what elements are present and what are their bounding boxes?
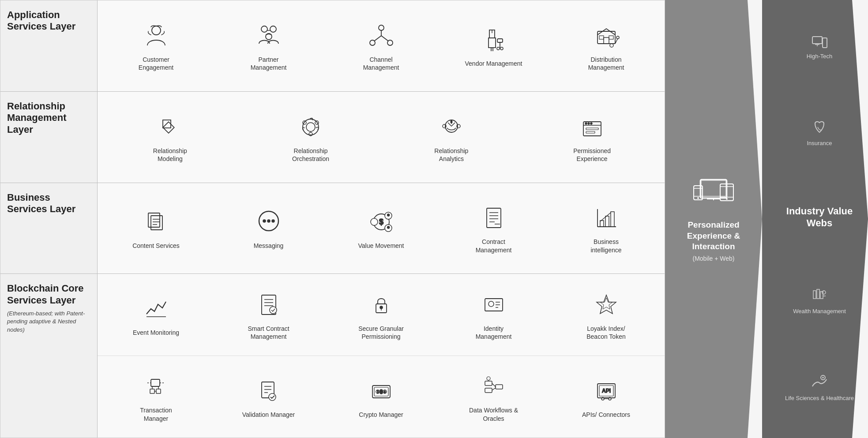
channel-icon bbox=[366, 20, 397, 51]
validation-icon bbox=[253, 375, 284, 406]
layer-title-application: Application Services Layer bbox=[7, 9, 90, 33]
svg-rect-94 bbox=[150, 389, 154, 393]
svg-point-20 bbox=[500, 47, 503, 50]
value-icon: $ ⚙ ⚙ bbox=[366, 206, 397, 237]
industry-item-label: High-Tech bbox=[807, 53, 833, 60]
industry-title: Industry Value Webs bbox=[775, 206, 864, 229]
svg-point-43 bbox=[585, 123, 587, 124]
list-item: Validation Manager bbox=[212, 373, 325, 421]
list-item: Contract Management bbox=[437, 200, 550, 256]
list-item: Secure Granular Permissioning bbox=[325, 287, 437, 343]
list-item: Partner Management bbox=[212, 18, 325, 74]
svg-rect-47 bbox=[586, 131, 595, 133]
svg-rect-127 bbox=[700, 180, 727, 198]
list-item: Loyakk Index/ Beacon Token bbox=[550, 287, 662, 343]
svg-text:$: $ bbox=[384, 390, 386, 393]
svg-rect-145 bbox=[820, 292, 823, 299]
item-label: Validation Manager bbox=[242, 411, 295, 419]
svg-rect-64 bbox=[487, 208, 501, 228]
item-label: Smart Contract Management bbox=[240, 325, 297, 341]
list-item: Vendor Management bbox=[437, 22, 550, 70]
svg-point-26 bbox=[610, 44, 613, 47]
personalized-sub: (Mobile + Web) bbox=[692, 255, 734, 262]
distribution-icon bbox=[591, 20, 622, 51]
svg-rect-29 bbox=[163, 122, 174, 133]
rel-model-icon bbox=[154, 112, 185, 142]
industry-section: High-Tech Insurance Industry Value Webs bbox=[762, 0, 868, 438]
svg-rect-14 bbox=[488, 38, 496, 48]
svg-line-5 bbox=[266, 34, 269, 35]
list-item: Transaction Manager bbox=[100, 369, 212, 424]
svg-line-116 bbox=[492, 388, 496, 390]
svg-point-80 bbox=[270, 307, 277, 314]
svg-rect-91 bbox=[151, 379, 160, 386]
item-label: Permissioned Experience bbox=[564, 147, 621, 163]
svg-point-45 bbox=[590, 123, 592, 124]
item-label: Relationship Analytics bbox=[423, 147, 480, 163]
bi-icon bbox=[591, 202, 622, 233]
item-label: Partner Management bbox=[240, 56, 297, 71]
svg-rect-95 bbox=[156, 389, 161, 393]
content-icon bbox=[141, 206, 172, 237]
svg-point-146 bbox=[822, 291, 826, 294]
list-item: Relationship Modeling bbox=[100, 109, 240, 165]
svg-line-12 bbox=[381, 36, 388, 41]
svg-rect-140 bbox=[823, 38, 827, 48]
layer-row-blockchain: Blockchain Core Services Layer (Ethereum… bbox=[0, 274, 665, 438]
grid-section: Application Services Layer C bbox=[0, 0, 665, 438]
svg-rect-49 bbox=[151, 216, 162, 230]
event-icon bbox=[141, 293, 172, 324]
svg-rect-112 bbox=[485, 381, 492, 386]
item-label: Secure Granular Permissioning bbox=[353, 325, 410, 341]
svg-point-54 bbox=[263, 220, 266, 222]
item-label: Channel Management bbox=[353, 56, 410, 71]
svg-rect-25 bbox=[609, 36, 613, 39]
item-label: Relationship Orchestration bbox=[282, 147, 339, 163]
blockchain-sub-row-2: Transaction Manager bbox=[98, 356, 665, 438]
item-label: Messaging bbox=[254, 242, 284, 250]
svg-rect-23 bbox=[604, 37, 609, 44]
svg-line-11 bbox=[374, 36, 381, 41]
permissioned-icon bbox=[577, 112, 608, 142]
lifesciences-icon bbox=[811, 374, 828, 393]
insurance-icon bbox=[812, 119, 827, 138]
industry-item-hightech: High-Tech bbox=[775, 36, 864, 60]
svg-rect-114 bbox=[496, 385, 503, 389]
customer-icon bbox=[141, 20, 172, 51]
blockchain-sub-row-1: Event Monitoring bbox=[98, 274, 665, 356]
svg-point-85 bbox=[488, 301, 494, 307]
list-item: ₿ $ Crypto Manager bbox=[325, 373, 437, 421]
svg-point-103 bbox=[269, 393, 276, 401]
item-label: Vendor Management bbox=[465, 60, 522, 67]
svg-rect-48 bbox=[148, 213, 160, 227]
item-label: Loyakk Index/ Beacon Token bbox=[578, 325, 635, 341]
svg-rect-143 bbox=[813, 291, 816, 299]
industry-item-insurance: Insurance bbox=[775, 119, 864, 147]
svg-point-109 bbox=[380, 391, 383, 394]
svg-point-19 bbox=[497, 47, 500, 50]
item-label: Business intelligence bbox=[578, 238, 635, 254]
industry-item-label: Insurance bbox=[807, 140, 832, 147]
list-item: Messaging bbox=[212, 204, 325, 252]
layer-items-relationship: Relationship Modeling bbox=[98, 92, 665, 183]
svg-point-82 bbox=[380, 306, 383, 309]
rel-analytics-icon bbox=[436, 112, 467, 142]
personalized-section: Personalized Experience & Interaction (M… bbox=[665, 0, 762, 438]
layer-items-business: Content Services Messaging bbox=[98, 183, 665, 274]
svg-rect-73 bbox=[605, 216, 609, 227]
crypto-icon: ₿ $ bbox=[366, 375, 397, 406]
item-label: Event Monitoring bbox=[133, 329, 179, 337]
layer-row-relationship: Relationship Management Layer Relationsh… bbox=[0, 92, 665, 183]
industry-item-label: Wealth Management bbox=[793, 308, 846, 315]
personalized-title: Personalized Experience & Interaction bbox=[674, 220, 753, 252]
item-label: Contract Management bbox=[465, 238, 522, 254]
item-label: Transaction Manager bbox=[128, 406, 185, 422]
beacon-icon bbox=[591, 289, 622, 320]
list-item: Content Services bbox=[100, 204, 212, 252]
layer-row-business: Business Services Layer Content Services bbox=[0, 183, 665, 274]
list-item: Distribution Management bbox=[550, 18, 662, 74]
list-item: Data Workflows & Oracles bbox=[437, 369, 550, 424]
svg-point-56 bbox=[272, 220, 274, 222]
item-label: Customer Engagement bbox=[128, 56, 185, 71]
svg-rect-144 bbox=[817, 289, 819, 299]
